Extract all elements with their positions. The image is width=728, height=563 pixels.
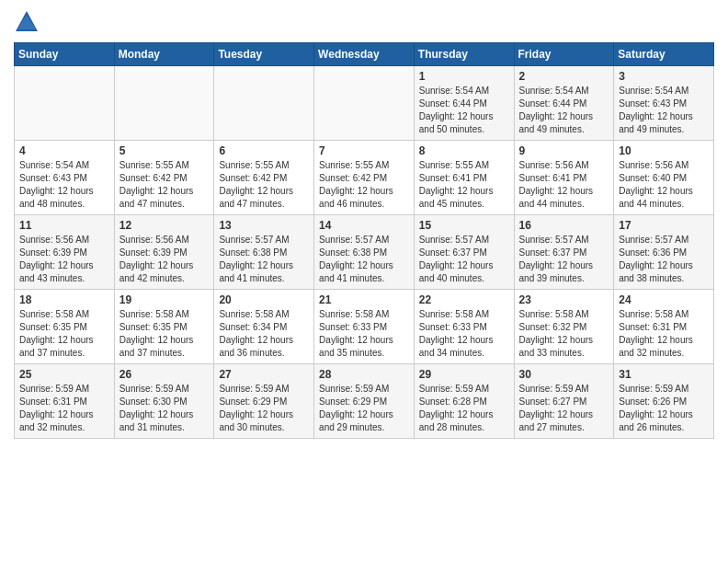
logo xyxy=(14,9,43,35)
day-info: Sunrise: 5:58 AM Sunset: 6:31 PM Dayligh… xyxy=(619,308,709,360)
calendar-cell: 16Sunrise: 5:57 AM Sunset: 6:37 PM Dayli… xyxy=(514,215,614,290)
calendar-cell xyxy=(15,66,115,141)
calendar-cell: 31Sunrise: 5:59 AM Sunset: 6:26 PM Dayli… xyxy=(614,364,714,439)
day-number: 21 xyxy=(319,293,409,306)
day-number: 19 xyxy=(119,293,210,306)
day-info: Sunrise: 5:55 AM Sunset: 6:42 PM Dayligh… xyxy=(319,159,409,211)
day-info: Sunrise: 5:59 AM Sunset: 6:26 PM Dayligh… xyxy=(619,383,709,434)
day-number: 13 xyxy=(219,219,309,232)
day-info: Sunrise: 5:59 AM Sunset: 6:29 PM Dayligh… xyxy=(219,383,309,434)
day-info: Sunrise: 5:57 AM Sunset: 6:38 PM Dayligh… xyxy=(219,234,309,285)
calendar-cell: 18Sunrise: 5:58 AM Sunset: 6:35 PM Dayli… xyxy=(15,290,115,364)
day-number: 20 xyxy=(219,293,309,306)
calendar-cell: 26Sunrise: 5:59 AM Sunset: 6:30 PM Dayli… xyxy=(114,364,214,439)
calendar-cell: 25Sunrise: 5:59 AM Sunset: 6:31 PM Dayli… xyxy=(15,364,115,439)
day-info: Sunrise: 5:58 AM Sunset: 6:35 PM Dayligh… xyxy=(19,308,109,360)
day-info: Sunrise: 5:58 AM Sunset: 6:35 PM Dayligh… xyxy=(119,308,210,360)
day-info: Sunrise: 5:56 AM Sunset: 6:40 PM Dayligh… xyxy=(619,159,709,211)
day-number: 26 xyxy=(119,368,210,381)
day-number: 12 xyxy=(119,219,210,232)
calendar-cell: 27Sunrise: 5:59 AM Sunset: 6:29 PM Dayli… xyxy=(214,364,314,439)
calendar-cell xyxy=(314,66,415,141)
calendar-cell: 2Sunrise: 5:54 AM Sunset: 6:44 PM Daylig… xyxy=(514,66,614,141)
day-number: 22 xyxy=(419,293,509,306)
day-info: Sunrise: 5:57 AM Sunset: 6:37 PM Dayligh… xyxy=(519,234,609,285)
day-number: 6 xyxy=(219,144,309,157)
day-info: Sunrise: 5:58 AM Sunset: 6:33 PM Dayligh… xyxy=(419,308,509,360)
calendar-cell: 13Sunrise: 5:57 AM Sunset: 6:38 PM Dayli… xyxy=(214,215,314,290)
day-info: Sunrise: 5:59 AM Sunset: 6:29 PM Dayligh… xyxy=(319,383,409,434)
day-info: Sunrise: 5:54 AM Sunset: 6:44 PM Dayligh… xyxy=(419,85,509,136)
day-info: Sunrise: 5:59 AM Sunset: 6:31 PM Dayligh… xyxy=(19,383,109,434)
calendar-cell: 6Sunrise: 5:55 AM Sunset: 6:42 PM Daylig… xyxy=(214,141,314,215)
day-number: 27 xyxy=(219,368,309,381)
day-number: 30 xyxy=(519,368,609,381)
day-number: 1 xyxy=(419,70,509,83)
calendar-cell: 1Sunrise: 5:54 AM Sunset: 6:44 PM Daylig… xyxy=(414,66,514,141)
day-info: Sunrise: 5:59 AM Sunset: 6:30 PM Dayligh… xyxy=(119,383,210,434)
calendar-cell: 10Sunrise: 5:56 AM Sunset: 6:40 PM Dayli… xyxy=(614,141,714,215)
day-info: Sunrise: 5:54 AM Sunset: 6:43 PM Dayligh… xyxy=(619,85,709,136)
day-number: 4 xyxy=(19,144,109,157)
day-info: Sunrise: 5:59 AM Sunset: 6:28 PM Dayligh… xyxy=(419,383,509,434)
weekday-header-thursday: Thursday xyxy=(414,43,514,66)
calendar-table: SundayMondayTuesdayWednesdayThursdayFrid… xyxy=(14,42,714,439)
calendar-cell: 17Sunrise: 5:57 AM Sunset: 6:36 PM Dayli… xyxy=(614,215,714,290)
day-number: 14 xyxy=(319,219,409,232)
day-info: Sunrise: 5:55 AM Sunset: 6:41 PM Dayligh… xyxy=(419,159,509,211)
weekday-header-wednesday: Wednesday xyxy=(314,43,415,66)
calendar-cell: 23Sunrise: 5:58 AM Sunset: 6:32 PM Dayli… xyxy=(514,290,614,364)
day-number: 25 xyxy=(19,368,109,381)
calendar-cell xyxy=(114,66,214,141)
day-number: 3 xyxy=(619,70,709,83)
weekday-header-friday: Friday xyxy=(514,43,614,66)
logo-icon xyxy=(14,9,40,35)
day-info: Sunrise: 5:56 AM Sunset: 6:39 PM Dayligh… xyxy=(19,234,109,285)
day-info: Sunrise: 5:57 AM Sunset: 6:36 PM Dayligh… xyxy=(619,234,709,285)
weekday-header-row: SundayMondayTuesdayWednesdayThursdayFrid… xyxy=(15,43,714,66)
day-number: 24 xyxy=(619,293,709,306)
day-number: 8 xyxy=(419,144,509,157)
calendar-cell: 4Sunrise: 5:54 AM Sunset: 6:43 PM Daylig… xyxy=(15,141,115,215)
week-row-3: 18Sunrise: 5:58 AM Sunset: 6:35 PM Dayli… xyxy=(15,290,714,364)
calendar-cell xyxy=(214,66,314,141)
calendar-cell: 5Sunrise: 5:55 AM Sunset: 6:42 PM Daylig… xyxy=(114,141,214,215)
day-info: Sunrise: 5:54 AM Sunset: 6:44 PM Dayligh… xyxy=(519,85,609,136)
calendar-cell: 20Sunrise: 5:58 AM Sunset: 6:34 PM Dayli… xyxy=(214,290,314,364)
day-number: 15 xyxy=(419,219,509,232)
svg-marker-1 xyxy=(17,15,36,29)
calendar-cell: 15Sunrise: 5:57 AM Sunset: 6:37 PM Dayli… xyxy=(414,215,514,290)
day-number: 7 xyxy=(319,144,409,157)
day-info: Sunrise: 5:54 AM Sunset: 6:43 PM Dayligh… xyxy=(19,159,109,211)
week-row-4: 25Sunrise: 5:59 AM Sunset: 6:31 PM Dayli… xyxy=(15,364,714,439)
calendar-cell: 24Sunrise: 5:58 AM Sunset: 6:31 PM Dayli… xyxy=(614,290,714,364)
calendar-cell: 9Sunrise: 5:56 AM Sunset: 6:41 PM Daylig… xyxy=(514,141,614,215)
day-number: 5 xyxy=(119,144,210,157)
calendar-cell: 7Sunrise: 5:55 AM Sunset: 6:42 PM Daylig… xyxy=(314,141,415,215)
day-number: 9 xyxy=(519,144,609,157)
calendar-cell: 22Sunrise: 5:58 AM Sunset: 6:33 PM Dayli… xyxy=(414,290,514,364)
day-info: Sunrise: 5:58 AM Sunset: 6:34 PM Dayligh… xyxy=(219,308,309,360)
day-info: Sunrise: 5:58 AM Sunset: 6:32 PM Dayligh… xyxy=(519,308,609,360)
day-number: 29 xyxy=(419,368,509,381)
calendar-cell: 14Sunrise: 5:57 AM Sunset: 6:38 PM Dayli… xyxy=(314,215,415,290)
day-info: Sunrise: 5:56 AM Sunset: 6:41 PM Dayligh… xyxy=(519,159,609,211)
calendar-cell: 12Sunrise: 5:56 AM Sunset: 6:39 PM Dayli… xyxy=(114,215,214,290)
day-number: 17 xyxy=(619,219,709,232)
day-info: Sunrise: 5:58 AM Sunset: 6:33 PM Dayligh… xyxy=(319,308,409,360)
calendar-cell: 3Sunrise: 5:54 AM Sunset: 6:43 PM Daylig… xyxy=(614,66,714,141)
weekday-header-monday: Monday xyxy=(114,43,214,66)
day-number: 31 xyxy=(619,368,709,381)
page-header xyxy=(14,9,714,35)
day-info: Sunrise: 5:55 AM Sunset: 6:42 PM Dayligh… xyxy=(119,159,210,211)
day-number: 16 xyxy=(519,219,609,232)
week-row-2: 11Sunrise: 5:56 AM Sunset: 6:39 PM Dayli… xyxy=(15,215,714,290)
day-number: 18 xyxy=(19,293,109,306)
calendar-cell: 8Sunrise: 5:55 AM Sunset: 6:41 PM Daylig… xyxy=(414,141,514,215)
calendar-cell: 30Sunrise: 5:59 AM Sunset: 6:27 PM Dayli… xyxy=(514,364,614,439)
weekday-header-saturday: Saturday xyxy=(614,43,714,66)
day-number: 28 xyxy=(319,368,409,381)
weekday-header-sunday: Sunday xyxy=(15,43,115,66)
day-info: Sunrise: 5:56 AM Sunset: 6:39 PM Dayligh… xyxy=(119,234,210,285)
day-info: Sunrise: 5:57 AM Sunset: 6:38 PM Dayligh… xyxy=(319,234,409,285)
